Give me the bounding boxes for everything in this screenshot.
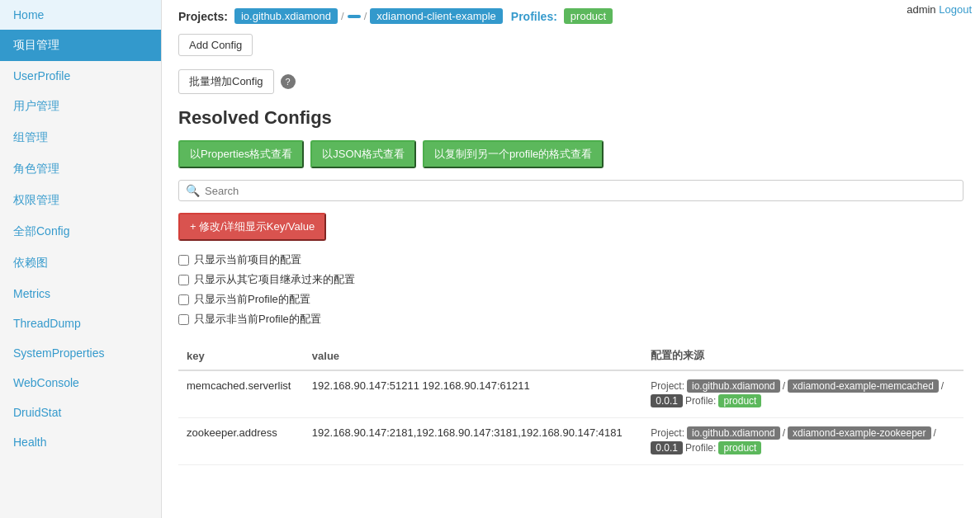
add-config-button[interactable]: Add Config — [178, 34, 253, 56]
username: admin — [907, 3, 935, 16]
sep-1: / — [341, 10, 344, 22]
view-properties-button[interactable]: 以Properties格式查看 — [178, 140, 304, 168]
filter-checkboxes: 只显示当前项目的配置 只显示从其它项目继承过来的配置 只显示当前Profile的… — [178, 252, 963, 327]
sep-2: / — [364, 10, 367, 22]
projects-bar: Projects: io.github.xdiamond / / xdiamon… — [178, 8, 963, 24]
project-label-2: Project: — [651, 427, 684, 439]
checkbox-current-profile[interactable]: 只显示当前Profile的配置 — [178, 292, 963, 307]
col-key: key — [178, 341, 304, 370]
search-input[interactable] — [205, 185, 956, 197]
checkbox-current-project[interactable]: 只显示当前项目的配置 — [178, 252, 963, 267]
project-breadcrumb-1[interactable]: io.github.xdiamond — [234, 8, 338, 24]
source-project-row-2: Project: io.github.xdiamond / xdiamond-e… — [651, 426, 955, 440]
profile-label-1: Profile: — [685, 395, 716, 407]
checkbox-current-project-input[interactable] — [178, 255, 189, 266]
checkbox-non-current-profile[interactable]: 只显示非当前Profile的配置 — [178, 312, 963, 327]
checkbox-inherited-label: 只显示从其它项目继承过来的配置 — [194, 272, 355, 287]
sidebar-item-permission-mgmt[interactable]: 权限管理 — [0, 185, 161, 216]
profile-badge-2[interactable]: product — [718, 441, 761, 454]
sidebar-item-home[interactable]: Home — [0, 0, 161, 30]
copy-to-profile-button[interactable]: 以复制到另一个profile的格式查看 — [423, 140, 604, 168]
key-cell: zookeeper.address — [178, 418, 304, 465]
profiles-label: Profiles: — [511, 10, 557, 23]
profile-badge-1[interactable]: product — [718, 394, 761, 407]
value-cell: 192.168.90.147:2181,192.168.90.147:3181,… — [304, 418, 643, 465]
view-buttons-row: 以Properties格式查看 以JSON格式查看 以复制到另一个profile… — [178, 140, 963, 168]
project-breadcrumb-3[interactable]: xdiamond-client-example — [370, 8, 503, 24]
value-cell: 192.168.90.147:51211 192.168.90.147:6121… — [304, 370, 643, 418]
sep-source-1: / — [783, 380, 785, 392]
view-json-button[interactable]: 以JSON格式查看 — [310, 140, 416, 168]
sidebar-item-role-mgmt[interactable]: 角色管理 — [0, 153, 161, 185]
version-badge-2[interactable]: 0.0.1 — [651, 441, 683, 454]
config-table: key value 配置的来源 memcached.serverlist 192… — [178, 341, 963, 465]
col-value: value — [304, 341, 643, 370]
source-profile-row-2: 0.0.1 Profile: product — [651, 441, 955, 454]
checkbox-inherited-input[interactable] — [178, 275, 189, 285]
project-label-1: Project: — [651, 380, 684, 392]
source-cell: Project: io.github.xdiamond / xdiamond-e… — [642, 418, 963, 465]
sidebar-item-dependency-graph[interactable]: 依赖图 — [0, 247, 161, 279]
source-project-row: Project: io.github.xdiamond / xdiamond-e… — [651, 379, 955, 393]
source-profile-row: 0.0.1 Profile: product — [651, 394, 955, 407]
profile-badge[interactable]: product — [564, 8, 613, 24]
table-row: zookeeper.address 192.168.90.147:2181,19… — [178, 418, 963, 465]
checkbox-inherited[interactable]: 只显示从其它项目继承过来的配置 — [178, 272, 963, 287]
modify-btn-row: + 修改/详细显示Key/Value — [178, 213, 963, 241]
table-row: memcached.serverlist 192.168.90.147:5121… — [178, 370, 963, 418]
checkbox-current-profile-label: 只显示当前Profile的配置 — [194, 292, 310, 307]
sidebar-item-all-config[interactable]: 全部Config — [0, 216, 161, 247]
main-content: Projects: io.github.xdiamond / / xdiamon… — [162, 0, 980, 518]
help-icon[interactable]: ? — [281, 74, 296, 89]
profile-label-2: Profile: — [685, 442, 716, 454]
sidebar-item-group-mgmt[interactable]: 组管理 — [0, 122, 161, 153]
project-name-2b[interactable]: xdiamond-example-zookeeper — [788, 426, 930, 440]
project-name-1a[interactable]: io.github.xdiamond — [687, 379, 780, 393]
sidebar-item-web-console[interactable]: WebConsole — [0, 368, 161, 398]
sidebar-item-system-properties[interactable]: SystemProperties — [0, 338, 161, 368]
project-name-2a[interactable]: io.github.xdiamond — [687, 426, 780, 440]
checkbox-current-project-label: 只显示当前项目的配置 — [194, 252, 301, 267]
batch-add-row: 批量增加Config ? — [178, 69, 963, 94]
projects-label: Projects: — [178, 10, 228, 23]
sep-source-4: / — [934, 427, 936, 439]
batch-add-config-button[interactable]: 批量增加Config — [178, 69, 274, 94]
sidebar-item-user-profile[interactable]: UserProfile — [0, 61, 161, 91]
sep-source-2: / — [941, 380, 944, 392]
sidebar-item-user-mgmt[interactable]: 用户管理 — [0, 91, 161, 122]
modify-key-value-button[interactable]: + 修改/详细显示Key/Value — [178, 213, 326, 241]
sidebar-item-druid-stat[interactable]: DruidStat — [0, 398, 161, 427]
checkbox-non-current-profile-label: 只显示非当前Profile的配置 — [194, 312, 321, 327]
sidebar-item-thread-dump[interactable]: ThreadDump — [0, 308, 161, 338]
sidebar-item-health[interactable]: Health — [0, 427, 161, 457]
checkbox-non-current-profile-input[interactable] — [178, 314, 189, 325]
source-cell: Project: io.github.xdiamond / xdiamond-e… — [642, 370, 963, 418]
logout-link[interactable]: Logout — [939, 3, 972, 16]
sep-source-3: / — [783, 427, 785, 439]
version-badge-1[interactable]: 0.0.1 — [651, 394, 683, 407]
project-name-1b[interactable]: xdiamond-example-memcached — [788, 379, 939, 393]
key-cell: memcached.serverlist — [178, 370, 304, 418]
project-breadcrumb-2[interactable] — [348, 15, 361, 18]
col-source: 配置的来源 — [642, 341, 963, 370]
resolved-configs-title: Resolved Configs — [178, 107, 963, 129]
sidebar: Home 项目管理 UserProfile 用户管理 组管理 角色管理 权限管理… — [0, 0, 162, 518]
sidebar-item-project-mgmt[interactable]: 项目管理 — [0, 30, 161, 61]
user-info: admin Logout — [907, 3, 972, 16]
sidebar-item-metrics[interactable]: Metrics — [0, 279, 161, 308]
checkbox-current-profile-input[interactable] — [178, 294, 189, 305]
search-bar[interactable]: 🔍 — [178, 180, 963, 201]
search-icon: 🔍 — [186, 184, 200, 197]
